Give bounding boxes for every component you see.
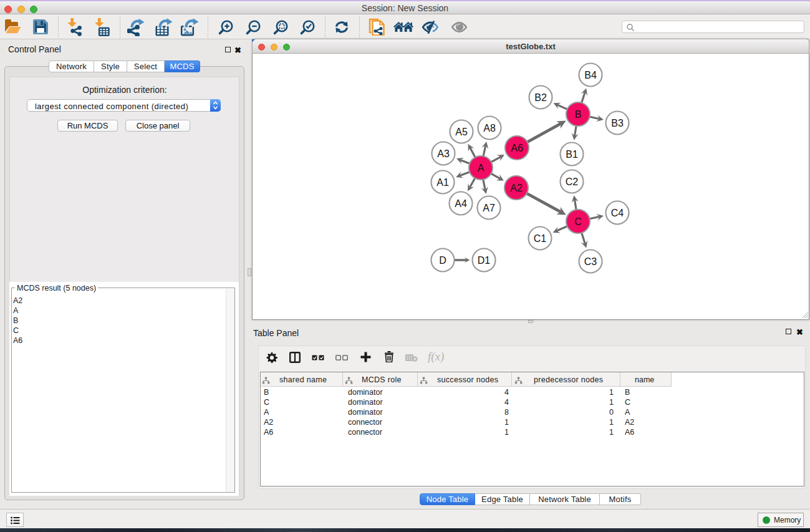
svg-text:C4: C4 — [611, 208, 624, 218]
svg-text:C1: C1 — [534, 233, 547, 244]
svg-text:D1: D1 — [478, 255, 491, 266]
svg-text:A: A — [478, 163, 485, 173]
svg-text:B4: B4 — [584, 70, 597, 80]
svg-text:C: C — [574, 216, 582, 227]
svg-text:D: D — [439, 255, 446, 266]
svg-text:A5: A5 — [455, 127, 468, 137]
svg-text:A7: A7 — [483, 203, 495, 213]
svg-text:A4: A4 — [455, 198, 467, 209]
svg-text:A6: A6 — [511, 143, 523, 153]
svg-text:B3: B3 — [611, 118, 624, 128]
svg-text:A2: A2 — [510, 183, 523, 193]
svg-text:A8: A8 — [483, 123, 496, 133]
svg-text:B1: B1 — [566, 149, 578, 160]
svg-text:C2: C2 — [566, 177, 579, 187]
svg-text:B2: B2 — [534, 92, 547, 103]
svg-text:B: B — [575, 109, 582, 120]
svg-text:A3: A3 — [437, 148, 450, 159]
svg-text:C3: C3 — [584, 256, 597, 267]
svg-text:A1: A1 — [436, 177, 449, 188]
